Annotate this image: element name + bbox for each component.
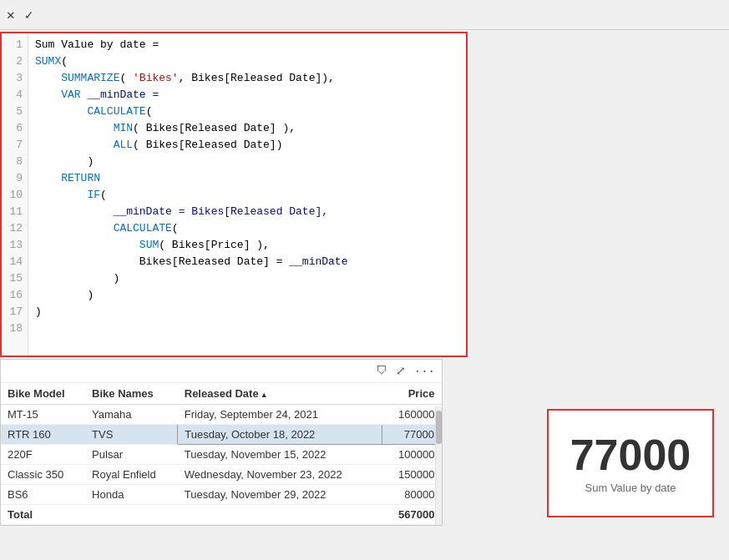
code-line: ) bbox=[35, 154, 459, 170]
code-line bbox=[35, 320, 459, 337]
code-line: VAR __minDate = bbox=[35, 87, 459, 103]
data-table: Bike ModelBike NamesReleased Date▲Price … bbox=[1, 383, 442, 525]
value-number: 77000 bbox=[570, 433, 691, 477]
value-label: Sum Value by date bbox=[585, 482, 676, 494]
line-number: 6 bbox=[7, 120, 23, 137]
filter-icon[interactable]: ⛉ bbox=[376, 365, 387, 378]
line-number: 8 bbox=[7, 154, 23, 170]
close-icon[interactable]: ✕ bbox=[7, 7, 15, 23]
price-cell: 150000 bbox=[382, 465, 442, 485]
price-cell: 160000 bbox=[382, 405, 442, 425]
data-table-section: ⛉ ⤢ ··· Bike ModelBike NamesReleased Dat… bbox=[0, 359, 443, 526]
expand-icon[interactable]: ⤢ bbox=[396, 364, 406, 378]
check-icon[interactable]: ✓ bbox=[25, 7, 33, 23]
model-cell: MT-15 bbox=[1, 405, 85, 425]
total-value: 567000 bbox=[382, 505, 442, 525]
more-icon[interactable]: ··· bbox=[414, 365, 435, 378]
total-label: Total bbox=[1, 505, 382, 525]
table-toolbar: ⛉ ⤢ ··· bbox=[1, 360, 442, 383]
code-line: ALL( Bikes[Released Date]) bbox=[35, 137, 459, 154]
line-number: 15 bbox=[7, 270, 23, 287]
price-cell: 100000 bbox=[382, 445, 442, 465]
code-line: __minDate = Bikes[Released Date], bbox=[35, 204, 459, 220]
line-number: 1 bbox=[7, 37, 23, 53]
line-number: 11 bbox=[7, 204, 23, 220]
code-line: CALCULATE( bbox=[35, 220, 459, 237]
name-cell: TVS bbox=[85, 425, 178, 445]
name-cell: Pulsar bbox=[85, 445, 178, 465]
total-row: Total567000 bbox=[1, 505, 442, 525]
table-row: RTR 160TVSTuesday, October 18, 202277000 bbox=[1, 425, 442, 445]
line-number: 5 bbox=[7, 103, 23, 120]
date-cell: Tuesday, October 18, 2022 bbox=[178, 425, 382, 445]
line-number: 17 bbox=[7, 304, 23, 320]
line-number: 14 bbox=[7, 254, 23, 270]
price-cell: 77000 bbox=[382, 425, 442, 445]
name-cell: Royal Enfield bbox=[85, 465, 178, 485]
line-number: 2 bbox=[7, 53, 23, 70]
date-cell: Tuesday, November 29, 2022 bbox=[178, 485, 382, 505]
line-number: 7 bbox=[7, 137, 23, 154]
line-number: 18 bbox=[7, 320, 23, 337]
date-cell: Friday, September 24, 2021 bbox=[178, 405, 382, 425]
code-line: IF( bbox=[35, 187, 459, 204]
model-cell: BS6 bbox=[1, 485, 85, 505]
table-row: BS6HondaTuesday, November 29, 202280000 bbox=[1, 485, 442, 505]
scrollbar-thumb[interactable] bbox=[436, 411, 442, 444]
line-number: 3 bbox=[7, 70, 23, 87]
line-number: 9 bbox=[7, 170, 23, 187]
table-row: Classic 350Royal EnfieldWednesday, Novem… bbox=[1, 465, 442, 485]
code-line: ) bbox=[35, 304, 459, 320]
model-cell: RTR 160 bbox=[1, 425, 85, 445]
model-cell: 220F bbox=[1, 445, 85, 465]
table-header: Bike Model bbox=[1, 383, 85, 405]
name-cell: Yamaha bbox=[85, 405, 178, 425]
code-line: CALCULATE( bbox=[35, 103, 459, 120]
code-line: Bikes[Released Date] = __minDate bbox=[35, 254, 459, 270]
date-cell: Tuesday, November 15, 2022 bbox=[178, 445, 382, 465]
table-header: Price bbox=[382, 383, 442, 405]
value-card: 77000 Sum Value by date bbox=[547, 409, 714, 517]
code-line: MIN( Bikes[Released Date] ), bbox=[35, 120, 459, 137]
code-line: ) bbox=[35, 287, 459, 304]
price-cell: 80000 bbox=[382, 485, 442, 505]
code-line: Sum Value by date = bbox=[35, 37, 459, 53]
table-header: Released Date▲ bbox=[178, 383, 382, 405]
code-line: SUMX( bbox=[35, 53, 459, 70]
code-line: SUMMARIZE( 'Bikes', Bikes[Released Date]… bbox=[35, 70, 459, 87]
code-line: RETURN bbox=[35, 170, 459, 187]
line-number: 16 bbox=[7, 287, 23, 304]
code-line: SUM( Bikes[Price] ), bbox=[35, 237, 459, 254]
code-content[interactable]: Sum Value by date =SUMX( SUMMARIZE( 'Bik… bbox=[28, 33, 466, 356]
code-line: ) bbox=[35, 270, 459, 287]
line-numbers: 123456789101112131415161718 bbox=[2, 33, 28, 356]
line-number: 12 bbox=[7, 220, 23, 237]
model-cell: Classic 350 bbox=[1, 465, 85, 485]
scrollbar[interactable] bbox=[435, 406, 442, 525]
table-row: MT-15YamahaFriday, September 24, 2021160… bbox=[1, 405, 442, 425]
line-number: 13 bbox=[7, 237, 23, 254]
sort-arrow: ▲ bbox=[261, 391, 268, 399]
table-header: Bike Names bbox=[85, 383, 178, 405]
line-number: 10 bbox=[7, 187, 23, 204]
code-editor: 123456789101112131415161718 Sum Value by… bbox=[0, 32, 468, 357]
table-row: 220FPulsarTuesday, November 15, 20221000… bbox=[1, 445, 442, 465]
toolbar: ✕ ✓ bbox=[0, 0, 729, 30]
date-cell: Wednesday, November 23, 2022 bbox=[178, 465, 382, 485]
name-cell: Honda bbox=[85, 485, 178, 505]
line-number: 4 bbox=[7, 87, 23, 103]
